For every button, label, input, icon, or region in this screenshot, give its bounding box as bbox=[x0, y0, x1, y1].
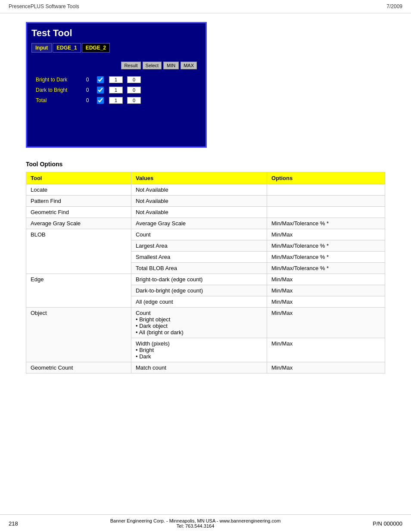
row-value-dark-to-bright: 0 bbox=[83, 87, 92, 93]
tool-object: Object bbox=[26, 308, 131, 362]
widget-row-dark-to-bright: Dark to Bright 0 bbox=[31, 85, 201, 95]
options-geometric-count: Min/Max bbox=[267, 362, 385, 373]
values-edge-all: All (edge count bbox=[131, 296, 267, 308]
values-blob-count: Count bbox=[131, 229, 267, 240]
table-row: BLOB Count Min/Max bbox=[26, 229, 385, 240]
tool-options-title: Tool Options bbox=[26, 161, 385, 168]
col-header-max[interactable]: MAX bbox=[181, 62, 197, 69]
table-row: Object Count • Bright object • Dark obje… bbox=[26, 308, 385, 338]
values-avg-gray: Average Gray Scale bbox=[131, 218, 267, 229]
values-blob-total: Total BLOB Area bbox=[131, 263, 267, 274]
widget-row-bright-to-dark: Bright to Dark 0 bbox=[31, 75, 201, 85]
test-tool-widget: Test Tool Input EDGE_1 EDGE_2 Result Sel… bbox=[26, 22, 207, 148]
footer-pn: P/N 000000 bbox=[373, 520, 402, 527]
tool-geometric-find: Geometric Find bbox=[26, 207, 131, 218]
tool-geometric-count: Geometric Count bbox=[26, 362, 131, 373]
col-header-select[interactable]: Select bbox=[143, 62, 162, 69]
col-header-result[interactable]: Result bbox=[121, 62, 140, 69]
options-blob-smallest: Min/Max/Tolerance % * bbox=[267, 252, 385, 263]
options-table: Tool Values Options Locate Not Available… bbox=[26, 172, 385, 373]
tab-input[interactable]: Input bbox=[31, 43, 52, 53]
widget-title: Test Tool bbox=[31, 28, 201, 39]
header-left: PresencePLUS Software Tools bbox=[9, 3, 79, 9]
options-avg-gray: Min/Max/Tolerance % * bbox=[267, 218, 385, 229]
table-row: Geometric Count Match count Min/Max bbox=[26, 362, 385, 373]
row-max-bright-to-dark[interactable] bbox=[127, 76, 141, 83]
widget-table-area: Result Select MIN MAX Bright to Dark 0 D… bbox=[31, 58, 201, 142]
footer-page-number: 218 bbox=[9, 520, 18, 527]
col-header-values: Values bbox=[131, 172, 267, 184]
options-blob-total: Min/Max/Tolerance % * bbox=[267, 263, 385, 274]
row-checkbox-total[interactable] bbox=[96, 97, 105, 104]
header-right: 7/2009 bbox=[386, 3, 402, 9]
tool-pattern-find: Pattern Find bbox=[26, 196, 131, 207]
table-row: Average Gray Scale Average Gray Scale Mi… bbox=[26, 218, 385, 229]
values-geometric-find: Not Available bbox=[131, 207, 267, 218]
options-edge-all: Min/Max bbox=[267, 296, 385, 308]
table-row: Geometric Find Not Available bbox=[26, 207, 385, 218]
footer-line2: Tel: 763.544.3164 bbox=[110, 523, 281, 529]
options-blob-largest: Min/Max/Tolerance % * bbox=[267, 240, 385, 252]
values-pattern-find: Not Available bbox=[131, 196, 267, 207]
tool-avg-gray: Average Gray Scale bbox=[26, 218, 131, 229]
tool-edge: Edge bbox=[26, 274, 131, 308]
row-max-total[interactable] bbox=[127, 97, 141, 104]
row-label-bright-to-dark: Bright to Dark bbox=[36, 77, 79, 83]
values-geometric-count: Match count bbox=[131, 362, 267, 373]
values-edge-dtb: Dark-to-bright (edge count) bbox=[131, 285, 267, 296]
tool-blob: BLOB bbox=[26, 229, 131, 274]
options-geometric-find bbox=[267, 207, 385, 218]
options-locate bbox=[267, 184, 385, 196]
values-object-count: Count • Bright object • Dark object • Al… bbox=[131, 308, 267, 338]
row-min-total[interactable] bbox=[109, 97, 123, 104]
options-object-count: Min/Max bbox=[267, 308, 385, 338]
values-edge-btd: Bright-to-dark (edge count) bbox=[131, 274, 267, 285]
tool-locate: Locate bbox=[26, 184, 131, 196]
values-locate: Not Available bbox=[131, 184, 267, 196]
footer-center: Banner Engineering Corp. - Minneapolis, … bbox=[110, 518, 281, 529]
options-edge-btd: Min/Max bbox=[267, 274, 385, 285]
table-header-row: Tool Values Options bbox=[26, 172, 385, 184]
table-row: Edge Bright-to-dark (edge count) Min/Max bbox=[26, 274, 385, 285]
widget-row-total: Total 0 bbox=[31, 95, 201, 106]
options-edge-dtb: Min/Max bbox=[267, 285, 385, 296]
table-row: Locate Not Available bbox=[26, 184, 385, 196]
widget-col-headers: Result Select MIN MAX bbox=[31, 60, 201, 71]
row-max-dark-to-bright[interactable] bbox=[127, 87, 141, 93]
values-blob-largest: Largest Area bbox=[131, 240, 267, 252]
options-blob-count: Min/Max bbox=[267, 229, 385, 240]
row-min-dark-to-bright[interactable] bbox=[109, 87, 123, 93]
row-min-bright-to-dark[interactable] bbox=[109, 76, 123, 83]
widget-tabs: Input EDGE_1 EDGE_2 bbox=[31, 43, 201, 53]
row-label-total: Total bbox=[36, 97, 79, 103]
main-content: Test Tool Input EDGE_1 EDGE_2 Result Sel… bbox=[0, 13, 411, 382]
row-label-dark-to-bright: Dark to Bright bbox=[36, 87, 79, 93]
options-pattern-find bbox=[267, 196, 385, 207]
values-blob-smallest: Smallest Area bbox=[131, 252, 267, 263]
values-object-width: Width (pixels) • Bright • Dark bbox=[131, 338, 267, 362]
col-header-options: Options bbox=[267, 172, 385, 184]
footer-line1: Banner Engineering Corp. - Minneapolis, … bbox=[110, 518, 281, 523]
row-value-bright-to-dark: 0 bbox=[83, 77, 92, 83]
page-header: PresencePLUS Software Tools 7/2009 bbox=[0, 0, 411, 13]
row-checkbox-bright-to-dark[interactable] bbox=[96, 76, 105, 83]
tab-edge1[interactable]: EDGE_1 bbox=[53, 43, 81, 53]
tab-edge2[interactable]: EDGE_2 bbox=[82, 43, 110, 53]
row-checkbox-dark-to-bright[interactable] bbox=[96, 87, 105, 93]
row-value-total: 0 bbox=[83, 97, 92, 103]
page-footer: 218 Banner Engineering Corp. - Minneapol… bbox=[0, 514, 411, 532]
options-object-width: Min/Max bbox=[267, 338, 385, 362]
col-header-tool: Tool bbox=[26, 172, 131, 184]
col-header-min[interactable]: MIN bbox=[163, 62, 179, 69]
table-row: Pattern Find Not Available bbox=[26, 196, 385, 207]
